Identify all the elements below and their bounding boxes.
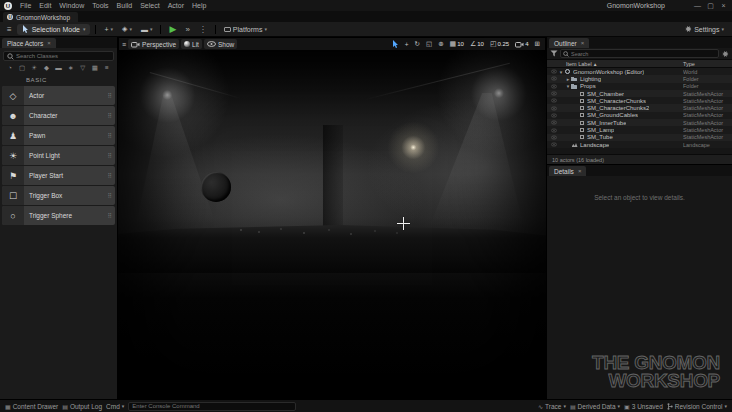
console-command-box[interactable] <box>128 402 296 411</box>
play-options-kebab-icon[interactable]: ⋮ <box>196 25 210 34</box>
category-icon[interactable]: ▢ <box>17 64 27 72</box>
select-tool-button[interactable] <box>390 39 401 49</box>
outliner-row[interactable]: Lighting Folder <box>547 75 732 82</box>
place-actors-search[interactable] <box>3 51 114 61</box>
world-coordinate-toggle[interactable]: ⊕ <box>436 39 445 49</box>
maximize-viewport-button[interactable]: ⊞ <box>533 39 542 49</box>
view-mode-dropdown[interactable]: Lit <box>181 39 202 49</box>
rotation-snap-value[interactable]: 10 <box>477 41 484 47</box>
rotation-snap-toggle[interactable]: ∠10 <box>468 39 486 49</box>
place-actor-item[interactable]: ☀ Point Light ⠿ <box>2 146 115 165</box>
outliner-row[interactable]: SM_Lamp StaticMeshActor <box>547 126 732 133</box>
menu-item[interactable]: Tools <box>88 2 112 9</box>
scale-snap-value[interactable]: 0.25 <box>498 41 510 47</box>
item-label-column-header[interactable]: Item Label ▴ <box>566 61 596 67</box>
menu-item[interactable]: Actor <box>164 2 188 9</box>
drag-grip-icon[interactable]: ⠿ <box>108 132 115 139</box>
toolbar-hamburger-icon[interactable]: ≡ <box>5 25 14 34</box>
outliner-row[interactable]: SM_CharacterChunks StaticMeshActor <box>547 97 732 104</box>
blueprints-button[interactable]: ◈▾ <box>119 25 135 33</box>
visibility-eye-icon[interactable] <box>549 120 558 125</box>
menu-item[interactable]: Edit <box>35 2 55 9</box>
type-column-header[interactable]: Type <box>683 61 695 67</box>
show-dropdown[interactable]: Show <box>204 39 237 49</box>
close-icon[interactable]: × <box>578 168 582 174</box>
move-tool-button[interactable]: + <box>403 39 411 49</box>
content-drawer-button[interactable]: ▦ Content Drawer <box>5 403 58 410</box>
close-icon[interactable]: × <box>47 40 51 46</box>
category-icon[interactable]: ◔ <box>5 64 15 72</box>
scale-tool-button[interactable]: ◱ <box>424 39 434 49</box>
close-button[interactable]: × <box>717 2 730 10</box>
visibility-eye-icon[interactable] <box>549 69 558 74</box>
scale-snap-toggle[interactable]: ◰0.25 <box>488 39 511 49</box>
drag-grip-icon[interactable]: ⠿ <box>108 112 115 119</box>
close-icon[interactable]: × <box>581 40 585 46</box>
category-icon[interactable]: ☀ <box>29 64 39 72</box>
place-actor-item[interactable]: ♟ Pawn ⠿ <box>2 126 115 145</box>
output-log-button[interactable]: ▤ Output Log <box>62 403 102 410</box>
unsaved-indicator[interactable]: ▣ 3 Unsaved <box>624 403 663 410</box>
drag-grip-icon[interactable]: ⠿ <box>108 92 115 99</box>
place-actors-tab[interactable]: Place Actors × <box>2 38 56 48</box>
trace-dropdown[interactable]: ∿ Trace ▾ <box>538 403 566 410</box>
add-actor-button[interactable]: +▾ <box>101 26 116 33</box>
outliner-row[interactable]: Props Folder <box>547 83 732 90</box>
search-classes-input[interactable] <box>16 53 110 59</box>
filter-funnel-icon[interactable] <box>550 50 558 57</box>
category-icon[interactable]: ▽ <box>78 64 88 72</box>
drag-grip-icon[interactable]: ⠿ <box>108 172 115 179</box>
outliner-search-input[interactable] <box>571 51 716 57</box>
outliner-settings-gear-icon[interactable] <box>721 50 729 58</box>
category-icon[interactable]: ▦ <box>90 64 100 72</box>
menu-item[interactable]: File <box>16 2 35 9</box>
cinematics-button[interactable]: ▬▾ <box>138 26 156 33</box>
camera-speed-value[interactable]: 4 <box>525 41 528 47</box>
selection-mode-dropdown[interactable]: Selection Mode ▾ <box>17 24 91 35</box>
outliner-search[interactable] <box>560 49 719 58</box>
visibility-eye-icon[interactable] <box>549 84 558 89</box>
outliner-row[interactable]: SM_Chamber StaticMeshActor <box>547 90 732 97</box>
project-tab[interactable]: U GnomonWorkshop <box>3 12 78 22</box>
console-command-input[interactable] <box>132 403 292 409</box>
menu-item[interactable]: Build <box>113 2 137 9</box>
category-icon[interactable]: ▬ <box>54 64 64 72</box>
menu-item[interactable]: Help <box>188 2 210 9</box>
derived-data-dropdown[interactable]: ▤ Derived Data ▾ <box>570 403 620 410</box>
play-button[interactable]: ▶ <box>166 25 179 34</box>
category-icon[interactable]: ∗ <box>66 64 76 72</box>
settings-dropdown[interactable]: Settings ▾ <box>681 25 727 33</box>
outliner-tab[interactable]: Outliner × <box>549 38 589 48</box>
cmd-dropdown[interactable]: Cmd ▾ <box>106 403 124 410</box>
camera-speed-control[interactable]: 4 <box>513 39 530 49</box>
platforms-dropdown[interactable]: Platforms ▾ <box>221 26 270 33</box>
drag-grip-icon[interactable]: ⠿ <box>108 152 115 159</box>
visibility-eye-icon[interactable] <box>549 98 558 103</box>
outliner-row[interactable]: SM_Tube StaticMeshActor <box>547 134 732 141</box>
visibility-eye-icon[interactable] <box>549 106 558 111</box>
outliner-row[interactable]: SM_GroundCables StaticMeshActor <box>547 112 732 119</box>
outliner-row[interactable]: SM_CharacterChunks2 StaticMeshActor <box>547 104 732 111</box>
menu-item[interactable]: Window <box>55 2 88 9</box>
place-actor-item[interactable]: ☻ Character ⠿ <box>2 106 115 125</box>
outliner-row[interactable]: GnomonWorkshop (Editor) World <box>547 68 732 75</box>
drag-grip-icon[interactable]: ⠿ <box>108 212 115 219</box>
visibility-eye-icon[interactable] <box>549 128 558 133</box>
category-icon[interactable]: ≡ <box>102 64 112 72</box>
maximize-button[interactable]: ▢ <box>704 2 717 10</box>
grid-snap-value[interactable]: 10 <box>457 41 464 47</box>
place-actor-item[interactable]: ◇ Actor ⠿ <box>2 86 115 105</box>
outliner-row[interactable]: SM_InnerTube StaticMeshActor <box>547 119 732 126</box>
frame-skip-button[interactable]: » <box>182 25 192 34</box>
details-tab[interactable]: Details × <box>549 166 586 176</box>
visibility-eye-icon[interactable] <box>549 135 558 140</box>
place-actor-item[interactable]: ☐ Trigger Box ⠿ <box>2 186 115 205</box>
visibility-eye-icon[interactable] <box>549 76 558 81</box>
level-viewport[interactable]: ≡ Perspective Lit Show + ↻ <box>118 37 546 399</box>
minimize-button[interactable]: — <box>691 2 704 10</box>
place-actor-item[interactable]: ⚑ Player Start ⠿ <box>2 166 115 185</box>
perspective-dropdown[interactable]: Perspective <box>128 39 179 49</box>
drag-grip-icon[interactable]: ⠿ <box>108 192 115 199</box>
revision-control-dropdown[interactable]: Revision Control ▾ <box>667 403 727 410</box>
visibility-eye-icon[interactable] <box>549 142 558 147</box>
